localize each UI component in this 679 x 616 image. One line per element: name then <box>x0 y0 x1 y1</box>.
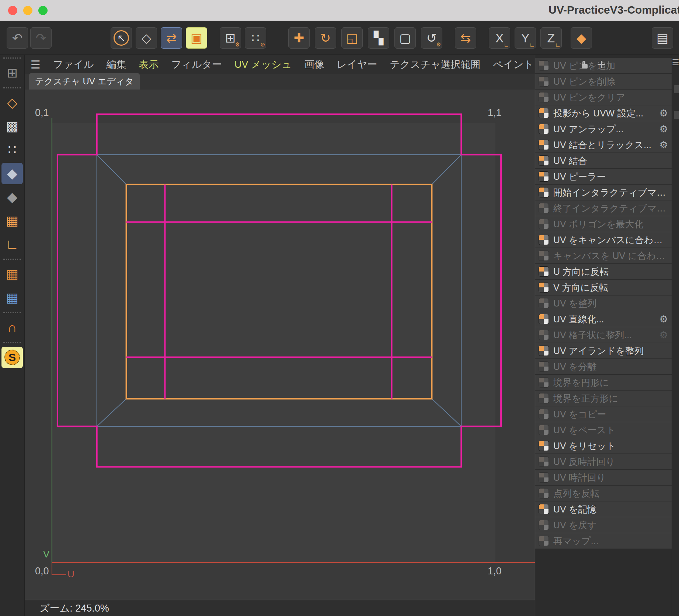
coord-label-top-left: 0,1 <box>35 107 49 119</box>
axis-orient-button[interactable]: ◆ <box>571 27 592 49</box>
gear-icon[interactable]: ⚙ <box>659 314 668 325</box>
uv-reset-command[interactable]: UV をリセット <box>535 438 672 454</box>
uv-align-icon <box>539 298 549 308</box>
command-label: 点列を反転 <box>553 487 600 500</box>
flip-v-command[interactable]: V 方向に反転 <box>535 280 672 295</box>
visibility-dots-icon: ∷ <box>251 32 260 44</box>
flip-u-command[interactable]: U 方向に反転 <box>535 264 672 279</box>
uv-lock-grid-button[interactable]: ▦ <box>1 287 23 308</box>
traffic-lights <box>8 6 48 15</box>
rotate-snap-button[interactable]: ↺⚙ <box>421 27 442 49</box>
command-label: 再マップ... <box>553 535 599 547</box>
snap-lock-button[interactable]: ▚ <box>368 27 389 49</box>
panel-menu-icon[interactable]: ☰ <box>672 58 679 67</box>
interactive-mapping-end-icon <box>539 203 549 213</box>
z-axis-lock-button[interactable]: Z∟ <box>540 27 562 49</box>
uv-transform-button[interactable]: ⇄ <box>161 27 182 49</box>
checker-cube-button[interactable]: ▩ <box>1 116 23 137</box>
menu-item-uv-mesh[interactable]: UV メッシュ <box>234 58 292 71</box>
coord-label-bottom-left: 0,0 <box>35 566 49 577</box>
x-axis-lock-button[interactable]: X∟ <box>489 27 510 49</box>
wire-cube-button[interactable]: ◇ <box>1 92 23 113</box>
uv-gridify-icon <box>539 330 549 340</box>
right-edge-strip: ☰ <box>672 55 679 616</box>
uvw-projection-command[interactable]: 投影から UVW 設定...⚙ <box>535 105 672 121</box>
poly-cube-button[interactable]: ◆ <box>1 163 23 184</box>
scale-tool-icon: ◱ <box>346 32 358 44</box>
texture-tile-button[interactable]: ▦ <box>1 210 23 231</box>
uv-pin-remove-icon <box>539 77 549 86</box>
clipped-icon <box>674 111 679 119</box>
uv-pin-clear-command: UV ピンをクリア <box>535 90 672 105</box>
magnet-snap-button[interactable]: ∩ <box>1 317 23 338</box>
coord-label-top-right: 1,1 <box>488 107 502 119</box>
content-browser-button[interactable]: ▤ <box>652 27 673 49</box>
coord-swap-button[interactable]: ⇆ <box>455 27 476 49</box>
redo-button[interactable]: ↷ <box>30 27 52 49</box>
uv-straighten-command[interactable]: UV 直線化...⚙ <box>535 311 672 327</box>
sub-badge-icon: ⚙ <box>235 41 240 48</box>
menu-item-layer[interactable]: レイヤー <box>337 58 377 71</box>
uv-weld-command[interactable]: UV 結合 <box>535 153 672 168</box>
interactive-mapping-start-command[interactable]: 開始インタラクティブマッピング <box>535 185 672 200</box>
menu-item-file[interactable]: ファイル <box>53 58 94 71</box>
minimize-button[interactable] <box>23 6 32 15</box>
uv-copy-icon <box>539 409 549 419</box>
undo-button[interactable]: ↶ <box>7 27 28 49</box>
command-label: UV 結合とリラックス... <box>553 139 651 151</box>
undo-icon: ↶ <box>12 32 23 44</box>
uv-mesh-grid-button[interactable]: ▦ <box>1 263 23 285</box>
menu-item-filter[interactable]: フィルター <box>171 58 222 71</box>
region-select-button[interactable]: ▢ <box>394 27 416 49</box>
v-axis-label: V <box>43 549 49 560</box>
workplane-button[interactable]: ⊞⚙ <box>220 27 241 49</box>
uv-remember-command[interactable]: UV を記憶 <box>535 501 672 517</box>
command-label: 境界を円形に <box>553 377 609 389</box>
uv-reset-icon <box>539 441 549 451</box>
gear-icon[interactable]: ⚙ <box>659 108 668 119</box>
fullscreen-button[interactable] <box>38 6 48 15</box>
pan-view-icon <box>598 61 605 68</box>
live-selection-button[interactable]: ↖ <box>111 27 132 49</box>
axis-tool-button[interactable]: ∟ <box>1 234 23 255</box>
rotate-tool-button[interactable]: ↻ <box>315 27 336 49</box>
gear-icon[interactable]: ⚙ <box>659 139 668 151</box>
solid-cube-button[interactable]: ◆ <box>1 186 23 208</box>
fit-uv-to-canvas-command[interactable]: UV をキャンバスに合わせる <box>535 232 672 248</box>
point-cube-button[interactable]: ∷ <box>1 139 23 161</box>
axis-orient-icon: ◆ <box>577 32 586 44</box>
menu-item-texture-selection[interactable]: テクスチャ選択範囲 <box>390 58 480 71</box>
menu-item-paint[interactable]: ペイント <box>493 58 534 71</box>
pan-view-icon[interactable] <box>598 61 605 68</box>
uv-wireframe-layer <box>25 90 535 600</box>
menu-item-edit[interactable]: 編集 <box>106 58 126 71</box>
origin-corner <box>52 563 66 575</box>
view-cubes-icon: ⊞ <box>7 66 18 80</box>
snap-s-button[interactable]: S <box>1 347 23 368</box>
view-cubes-button[interactable]: ⊞ <box>1 62 23 84</box>
uv-peeler-command[interactable]: UV ピーラー <box>535 169 672 184</box>
model-mode-icon: ◇ <box>142 32 151 44</box>
uv-rotate-ccw-command: UV 反時計回り <box>535 454 672 469</box>
interactive-mapping-start-icon <box>539 188 549 197</box>
menu-item-view[interactable]: 表示 <box>139 58 159 71</box>
visibility-dots-button[interactable]: ∷⊘ <box>245 27 266 49</box>
move-tool-button[interactable]: ✚ <box>288 27 310 49</box>
uv-align-islands-command[interactable]: UV アイランドを整列 <box>535 343 672 358</box>
tab-texture-uv-editor[interactable]: テクスチャ UV エディタ <box>29 73 140 90</box>
menu-hamburger-icon[interactable]: ☰ <box>31 58 41 71</box>
model-mode-button[interactable]: ◇ <box>136 27 157 49</box>
uv-canvas[interactable]: 0,1 1,1 0,0 1,0 V U <box>25 90 535 600</box>
uv-maximize-icon <box>539 219 549 229</box>
menu-item-image[interactable]: 画像 <box>304 58 324 71</box>
uv-edit-mode-button[interactable]: ▣ <box>186 27 207 49</box>
uv-weld-relax-command[interactable]: UV 結合とリラックス...⚙ <box>535 137 672 153</box>
close-button[interactable] <box>8 6 17 15</box>
fit-canvas-to-uv-icon <box>539 251 549 260</box>
uv-unwrap-command[interactable]: UV アンラップ...⚙ <box>535 121 672 137</box>
gear-icon[interactable]: ⚙ <box>659 123 668 135</box>
scale-tool-button[interactable]: ◱ <box>341 27 363 49</box>
y-axis-lock-button[interactable]: Y∟ <box>515 27 536 49</box>
uv-restore-icon <box>539 520 549 530</box>
fit-uv-to-canvas-icon <box>539 235 549 245</box>
